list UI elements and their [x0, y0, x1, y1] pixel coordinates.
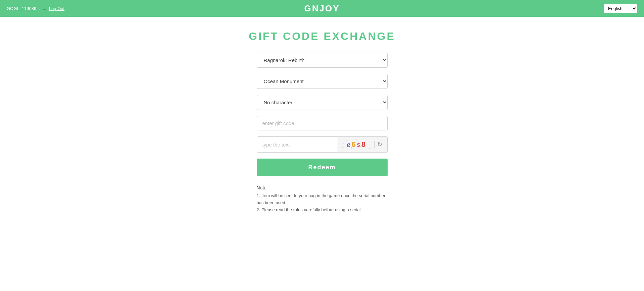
svg-point-11: [372, 142, 373, 143]
captcha-char-1: 6: [351, 140, 356, 149]
captcha-refresh-button[interactable]: ↻: [374, 141, 385, 148]
captcha-char-2: s: [357, 141, 361, 149]
note-line-1: 1. Item will be sent to your bag in the …: [257, 192, 388, 207]
captcha-text: e6s8: [347, 140, 366, 149]
navbar-separator: ...: [43, 6, 46, 11]
captcha-canvas: e6s8: [339, 138, 374, 151]
svg-point-0: [342, 147, 343, 148]
redeem-button[interactable]: Redeem: [257, 159, 388, 176]
main-content: GIFT CODE EXCHANGE Ragnarok: Rebirth Oce…: [161, 17, 483, 227]
gift-code-input[interactable]: [257, 116, 388, 130]
server-select[interactable]: Ocean Monument: [257, 74, 388, 89]
navbar-right: English 한국어 日本語 中文: [604, 4, 637, 13]
navbar-username: GOGL_119089...: [7, 6, 40, 11]
captcha-row: e6s8 ↻: [257, 136, 388, 153]
svg-point-10: [340, 141, 341, 142]
language-select[interactable]: English 한국어 日本語 中文: [604, 4, 637, 13]
game-select[interactable]: Ragnarok: Rebirth: [257, 53, 388, 68]
note-title: Note: [257, 185, 388, 190]
refresh-icon: ↻: [377, 141, 382, 148]
captcha-char-3: 8: [361, 140, 366, 149]
logout-link[interactable]: Log Out: [49, 6, 64, 11]
captcha-image: e6s8 ↻: [337, 137, 387, 152]
page-title: GIFT CODE EXCHANGE: [168, 30, 477, 43]
navbar-left: GOGL_119089... ... Log Out: [7, 6, 64, 11]
navbar: GOGL_119089... ... Log Out GNJOY English…: [0, 0, 644, 17]
character-select[interactable]: No character: [257, 95, 388, 110]
svg-point-7: [343, 143, 344, 144]
captcha-input[interactable]: [257, 137, 337, 152]
note-section: Note 1. Item will be sent to your bag in…: [257, 185, 388, 213]
site-logo: GNJOY: [304, 3, 340, 14]
note-line-2: 2. Please read the rules carefully befor…: [257, 207, 388, 214]
form-container: Ragnarok: Rebirth Ocean Monument No char…: [257, 53, 388, 213]
svg-point-6: [369, 148, 370, 149]
